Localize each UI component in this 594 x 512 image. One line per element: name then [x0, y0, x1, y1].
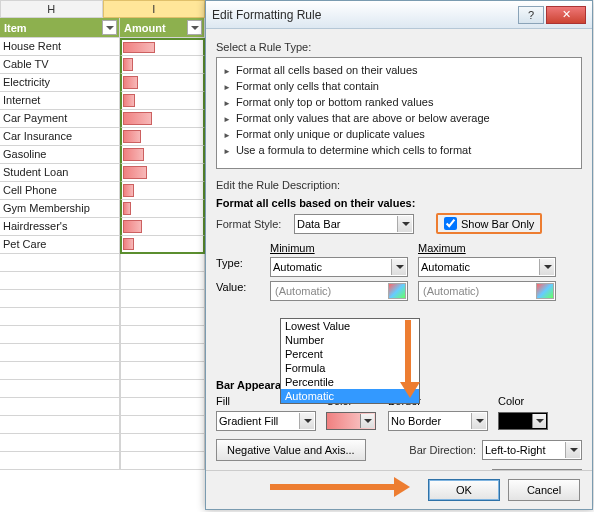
dropdown-option[interactable]: Formula	[281, 361, 419, 375]
range-picker-icon[interactable]	[536, 283, 554, 299]
fill-color-picker[interactable]	[326, 412, 376, 430]
chevron-down-icon	[397, 216, 412, 232]
data-bar	[123, 58, 133, 71]
cell-amount[interactable]	[120, 128, 205, 146]
cell-item[interactable]: Car Payment	[0, 110, 120, 128]
table-row	[0, 380, 205, 398]
table-row	[0, 398, 205, 416]
cell-amount[interactable]	[120, 92, 205, 110]
negative-value-axis-button[interactable]: Negative Value and Axis...	[216, 439, 366, 461]
table-row: Car Payment	[0, 110, 205, 128]
cell-item[interactable]: House Rent	[0, 38, 120, 56]
dropdown-option[interactable]: Number	[281, 333, 419, 347]
format-all-label: Format all cells based on their values:	[216, 197, 582, 209]
cell-amount[interactable]	[120, 38, 205, 56]
max-value-input[interactable]: (Automatic)	[418, 281, 556, 301]
cell-item[interactable]: Internet	[0, 92, 120, 110]
dropdown-option[interactable]: Percent	[281, 347, 419, 361]
edit-description-label: Edit the Rule Description:	[216, 179, 582, 191]
bar-direction-label: Bar Direction:	[409, 444, 476, 456]
rule-type-item[interactable]: Format only cells that contain	[219, 78, 579, 94]
dialog-titlebar[interactable]: Edit Formatting Rule ? ✕	[206, 1, 592, 29]
help-button[interactable]: ?	[518, 6, 544, 24]
cell-amount[interactable]	[120, 200, 205, 218]
minimum-label: Minimum	[270, 242, 412, 254]
cell-item[interactable]: Gym Membership	[0, 200, 120, 218]
chevron-down-icon	[471, 413, 486, 429]
table-header-row: Item Amount	[0, 18, 205, 38]
cell-item[interactable]: Cell Phone	[0, 182, 120, 200]
table-row	[0, 326, 205, 344]
header-item[interactable]: Item	[0, 18, 120, 38]
rule-type-item[interactable]: Format all cells based on their values	[219, 62, 579, 78]
cell-item[interactable]: Pet Care	[0, 236, 120, 254]
cell-amount[interactable]	[120, 182, 205, 200]
border-color-label: Color	[498, 395, 524, 407]
table-row	[0, 362, 205, 380]
fill-select[interactable]: Gradient Fill	[216, 411, 316, 431]
rule-type-list[interactable]: Format all cells based on their valuesFo…	[216, 57, 582, 169]
cell-amount[interactable]	[120, 218, 205, 236]
cell-item[interactable]: Car Insurance	[0, 128, 120, 146]
data-bar	[123, 112, 152, 125]
dropdown-option[interactable]: Automatic	[281, 389, 419, 403]
max-type-select[interactable]: Automatic	[418, 257, 556, 277]
cell-item[interactable]: Gasoline	[0, 146, 120, 164]
filter-dropdown-icon[interactable]	[187, 20, 202, 35]
cell-item[interactable]: Hairdresser's	[0, 218, 120, 236]
table-row: House Rent	[0, 38, 205, 56]
table-row: Gasoline	[0, 146, 205, 164]
ok-button[interactable]: OK	[428, 479, 500, 501]
cell-item[interactable]: Cable TV	[0, 56, 120, 74]
show-bar-only-checkbox[interactable]	[444, 217, 457, 230]
table-row	[0, 254, 205, 272]
cell-amount[interactable]	[120, 74, 205, 92]
edit-formatting-rule-dialog: Edit Formatting Rule ? ✕ Select a Rule T…	[205, 0, 593, 510]
cell-item[interactable]: Student Loan	[0, 164, 120, 182]
format-style-select[interactable]: Data Bar	[294, 214, 414, 234]
rule-type-item[interactable]: Format only top or bottom ranked values	[219, 94, 579, 110]
data-bar	[123, 184, 134, 197]
border-select[interactable]: No Border	[388, 411, 488, 431]
data-bar	[123, 130, 141, 143]
type-label: Type:	[216, 257, 266, 269]
dropdown-option[interactable]: Lowest Value	[281, 319, 419, 333]
table-row	[0, 344, 205, 362]
rule-type-item[interactable]: Format only unique or duplicate values	[219, 126, 579, 142]
dropdown-option[interactable]: Percentile	[281, 375, 419, 389]
range-picker-icon[interactable]	[388, 283, 406, 299]
header-amount-label: Amount	[124, 22, 166, 34]
data-bar	[123, 220, 142, 233]
cell-amount[interactable]	[120, 110, 205, 128]
column-headers: H I	[0, 0, 205, 18]
table-row: Internet	[0, 92, 205, 110]
bar-direction-select[interactable]: Left-to-Right	[482, 440, 582, 460]
chevron-down-icon	[299, 413, 314, 429]
dialog-title: Edit Formatting Rule	[212, 8, 516, 22]
chevron-down-icon	[539, 259, 554, 275]
border-color-picker[interactable]	[498, 412, 548, 430]
rule-type-item[interactable]: Format only values that are above or bel…	[219, 110, 579, 126]
table-row	[0, 272, 205, 290]
header-amount[interactable]: Amount	[120, 18, 205, 38]
close-button[interactable]: ✕	[546, 6, 586, 24]
cell-item[interactable]: Electricity	[0, 74, 120, 92]
col-header-i[interactable]: I	[103, 0, 206, 18]
chevron-down-icon	[565, 442, 580, 458]
table-row: Electricity	[0, 74, 205, 92]
table-row	[0, 416, 205, 434]
table-row: Cable TV	[0, 56, 205, 74]
table-row: Pet Care	[0, 236, 205, 254]
rule-type-item[interactable]: Use a formula to determine which cells t…	[219, 142, 579, 158]
min-type-dropdown-list[interactable]: Lowest ValueNumberPercentFormulaPercenti…	[280, 318, 420, 404]
cell-amount[interactable]	[120, 146, 205, 164]
cell-amount[interactable]	[120, 164, 205, 182]
col-header-h[interactable]: H	[0, 0, 103, 18]
data-bar	[123, 148, 144, 161]
min-type-select[interactable]: Automatic	[270, 257, 408, 277]
cancel-button[interactable]: Cancel	[508, 479, 580, 501]
filter-dropdown-icon[interactable]	[102, 20, 117, 35]
min-value-input[interactable]: (Automatic)	[270, 281, 408, 301]
cell-amount[interactable]	[120, 56, 205, 74]
cell-amount[interactable]	[120, 236, 205, 254]
